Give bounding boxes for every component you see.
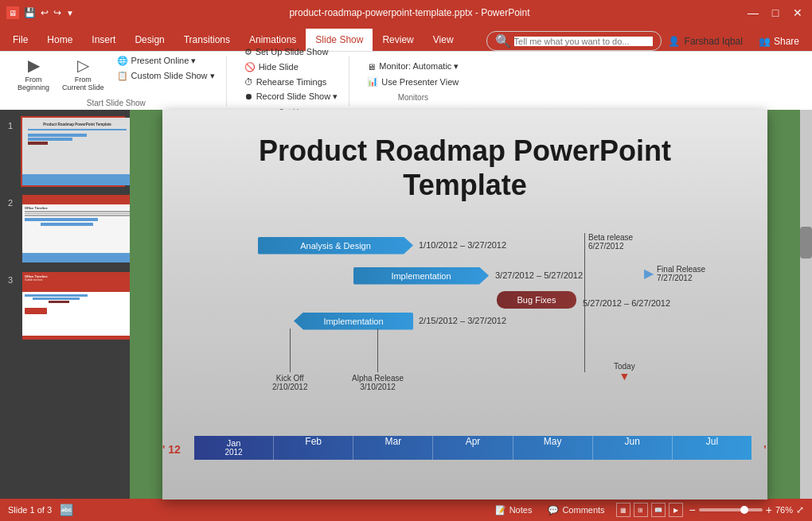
tab-view[interactable]: View	[424, 29, 463, 51]
presenter-view-button[interactable]: 📊 Use Presenter View	[362, 75, 463, 88]
alpha-line	[377, 329, 378, 372]
alpha-event: Alpha Release 3/10/2012	[352, 329, 404, 391]
share-button[interactable]: 👥 Share	[749, 33, 809, 50]
search-input-wrap[interactable]: 🔍	[486, 31, 662, 51]
month-cells: Jan 2012 Feb Mar Apr May Jun Jul	[194, 436, 751, 460]
start-group-label: Start Slide Show	[87, 99, 146, 107]
user-info: 👤 Farshad Iqbal	[668, 36, 743, 47]
slide-num-3: 3	[8, 275, 13, 285]
ribbon-content: ▶ FromBeginning ▷ FromCurrent Slide 🌐 Pr…	[0, 51, 812, 110]
notes-icon: 📝	[495, 505, 506, 515]
zoom-slider[interactable]	[699, 508, 763, 511]
month-jan: Jan 2012	[194, 436, 274, 460]
minimize-button[interactable]: —	[745, 5, 761, 21]
timeline-container: Analysis & Design 1/10/2012 – 3/27/2012 …	[194, 233, 751, 460]
present-online-button[interactable]: 🌐 Present Online ▾	[112, 54, 220, 68]
from-current-button[interactable]: ▷ FromCurrent Slide	[57, 54, 109, 94]
tab-review[interactable]: Review	[373, 29, 423, 51]
title-bar: 🖥 💾 ↩ ↪ ▼ product-roadmap-powerpoint-tem…	[0, 0, 812, 25]
user-name: Farshad Iqbal	[685, 36, 743, 47]
view-icons: ▦ ⊞ 📖 ▶	[616, 503, 683, 517]
play-current-icon: ▷	[77, 56, 89, 75]
kickoff-line	[290, 329, 291, 372]
customize-icon[interactable]: ▼	[66, 9, 74, 17]
timeline-bar: ' 12 Jan 2012 Feb Mar Apr May Jun Jul ' …	[194, 436, 751, 460]
tab-design[interactable]: Design	[125, 29, 174, 51]
slide-sorter-icon[interactable]: ⊞	[634, 503, 648, 517]
tab-file[interactable]: File	[3, 29, 37, 51]
slide-thumb-1[interactable]: 1 Product Roadmap PowerPoint Template	[21, 116, 125, 187]
spell-check-icon[interactable]: 🔤	[60, 504, 73, 516]
search-bar: 🔍 👤 Farshad Iqbal 👥 Share	[463, 31, 809, 51]
search-input[interactable]	[514, 37, 653, 46]
zoom-in-button[interactable]: +	[766, 504, 772, 516]
ribbon-group-monitors: 🖥 Monitor: Automatic ▾ 📊 Use Presenter V…	[356, 56, 470, 107]
tab-home[interactable]: Home	[37, 29, 82, 51]
redo-icon[interactable]: ↪	[53, 7, 61, 18]
restore-button[interactable]: □	[767, 5, 783, 21]
month-feb: Feb	[274, 436, 353, 460]
final-arrow-icon: ▶	[644, 266, 654, 281]
monitors-col: 🖥 Monitor: Automatic ▾ 📊 Use Presenter V…	[362, 60, 463, 88]
zoom-level: 76%	[775, 505, 793, 515]
setup-slideshow-button[interactable]: ⚙ Set Up Slide Show	[240, 45, 343, 59]
scrollbar[interactable]	[800, 110, 812, 499]
slide-img-2: Office Timeline	[22, 195, 130, 262]
record-slideshow-button[interactable]: ⏺ Record Slide Show ▾	[240, 90, 343, 103]
scroll-thumb[interactable]	[800, 227, 812, 259]
slide-img-3: Office Timeline Subtitle text here	[22, 272, 130, 340]
bugfixes-dates: 5/27/2012 – 6/27/2012	[583, 298, 670, 308]
setup-row: ⚙ Set Up Slide Show 🚫 Hide Slide ⏱ Rehea…	[240, 45, 343, 103]
slideshow-view-icon[interactable]: ▶	[669, 503, 683, 517]
hide-slide-button[interactable]: 🚫 Hide Slide	[240, 60, 343, 74]
undo-icon[interactable]: ↩	[41, 7, 49, 18]
status-bar-right: 📝 Notes 💬 Comments ▦ ⊞ 📖 ▶ − + 76% ⤢	[490, 503, 804, 517]
presenter-icon: 📊	[367, 76, 378, 87]
kickoff-event: Kick Off 2/10/2012	[272, 329, 308, 391]
bugfixes-bar[interactable]: Bug Fixes	[497, 291, 576, 309]
fit-button[interactable]: ⤢	[796, 504, 804, 515]
zoom-out-button[interactable]: −	[689, 504, 696, 516]
year-right: ' 12	[763, 443, 767, 456]
impl-top-dates: 3/27/2012 – 5/27/2012	[495, 270, 583, 280]
beta-label: Beta release 6/27/2012	[588, 233, 633, 251]
month-mar: Mar	[353, 436, 433, 460]
rehearse-timings-button[interactable]: ⏱ Rehearse Timings	[240, 76, 343, 88]
analysis-dates: 1/10/2012 – 3/27/2012	[419, 240, 506, 250]
rehearse-icon: ⏱	[244, 77, 253, 87]
title-bar-right: — □ ✕	[745, 5, 806, 21]
monitors-group-label: Monitors	[398, 93, 428, 102]
window-title: product-roadmap-powerpoint-template.pptx…	[74, 7, 745, 18]
monitor-button[interactable]: 🖥 Monitor: Automatic ▾	[362, 60, 463, 73]
setup-icon: ⚙	[244, 47, 252, 57]
final-marker: ▶ Final Release 7/27/2012	[644, 265, 705, 282]
beta-marker: Beta release 6/27/2012	[584, 233, 585, 372]
tab-transitions[interactable]: Transitions	[174, 29, 240, 51]
slide-canvas: Product Roadmap PowerPoint Template Anal…	[162, 110, 767, 500]
ribbon-group-start: ▶ FromBeginning ▷ FromCurrent Slide 🌐 Pr…	[6, 56, 227, 107]
close-button[interactable]: ✕	[790, 5, 806, 21]
analysis-bar[interactable]: Analysis & Design	[258, 237, 413, 255]
comments-icon: 💬	[548, 505, 559, 515]
tab-insert[interactable]: Insert	[82, 29, 125, 51]
slide-num-1: 1	[8, 121, 13, 130]
notes-button[interactable]: 📝 Notes	[490, 504, 537, 517]
year-left: ' 12	[162, 443, 181, 456]
reading-view-icon[interactable]: 📖	[651, 503, 666, 517]
normal-view-icon[interactable]: ▦	[616, 503, 630, 517]
slide-thumb-2[interactable]: 2 Office Timeline	[21, 193, 125, 264]
search-icon: 🔍	[495, 33, 511, 49]
impl-top-bar[interactable]: Implementation	[353, 267, 489, 285]
zoom-thumb[interactable]	[740, 506, 748, 514]
record-icon: ⏺	[244, 91, 253, 101]
slide-num-2: 2	[8, 198, 13, 208]
custom-slideshow-button[interactable]: 📋 Custom Slide Show ▾	[112, 69, 220, 83]
impl-arrow-dates: 2/15/2012 – 3/27/2012	[419, 316, 506, 325]
ribbon-row-1: ▶ FromBeginning ▷ FromCurrent Slide 🌐 Pr…	[13, 54, 220, 94]
comments-button[interactable]: 💬 Comments	[543, 504, 609, 517]
impl-arrow-bar[interactable]: Implementation	[294, 313, 413, 330]
save-icon[interactable]: 💾	[24, 7, 36, 18]
slide-thumb-3[interactable]: 3 Office Timeline Subtitle text here	[21, 270, 125, 341]
from-beginning-button[interactable]: ▶ FromBeginning	[13, 54, 54, 94]
slide-info: Slide 1 of 3	[8, 505, 52, 515]
